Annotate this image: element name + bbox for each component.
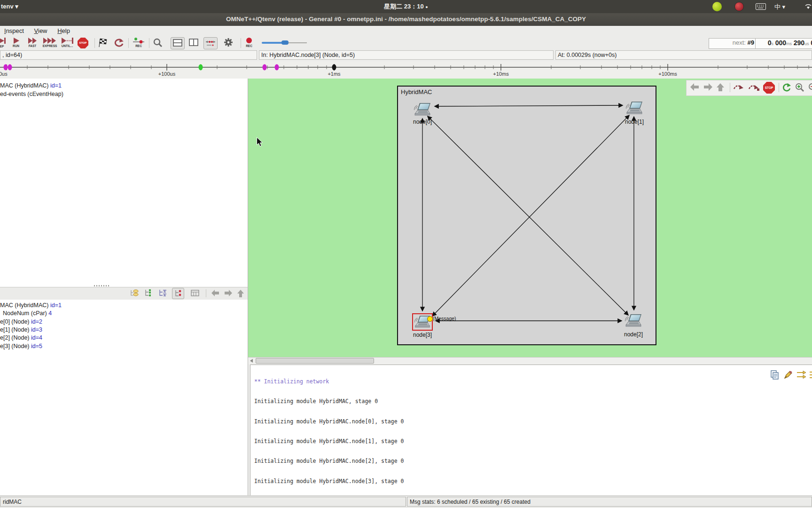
tree-item-name: e[1] (Node)	[0, 326, 31, 333]
preferences-button[interactable]	[224, 38, 236, 47]
menu-bar: Inspect View Help	[0, 26, 812, 36]
toolbar-divider	[730, 83, 730, 92]
node-0[interactable]	[413, 103, 432, 117]
rerun-button[interactable]	[113, 38, 125, 47]
node-2[interactable]	[624, 314, 643, 328]
splitter-handle[interactable]	[94, 285, 110, 286]
record-events-icon	[132, 37, 145, 44]
log-options-button[interactable]	[809, 370, 812, 380]
relayout-fixed-icon	[748, 82, 760, 92]
stop-icon: STOP	[78, 38, 88, 48]
tree-mode-packages-button[interactable]	[130, 289, 139, 297]
zoom-in-icon	[795, 82, 805, 93]
toolbar-divider	[94, 38, 95, 48]
tree-back-button[interactable]	[211, 289, 220, 297]
canvas-up-button[interactable]	[716, 82, 725, 92]
clock[interactable]: 星期二 23：10 ●	[0, 2, 812, 11]
record-events-button[interactable]: REC	[132, 37, 145, 48]
animation-speed-slider[interactable]	[262, 40, 307, 45]
tree-item-hybridmac[interactable]: MAC (HybridMAC) id=1	[0, 302, 62, 309]
inspect-as-object-button[interactable]	[190, 289, 200, 297]
sim-time-us-unit: us	[804, 41, 809, 46]
menu-inspect[interactable]: Inspect	[4, 26, 24, 34]
message-icon[interactable]	[427, 316, 433, 322]
timeline-tick-label: +100us	[148, 71, 186, 77]
table-icon	[190, 289, 200, 297]
layout-vertical-toggle[interactable]	[187, 37, 200, 48]
network-icon[interactable]	[804, 3, 812, 9]
event-timeline[interactable]: 0us +100us +1ms +10ms +100ms	[0, 61, 812, 79]
relayout-icon	[733, 82, 745, 92]
tree-mode-children-button[interactable]	[144, 289, 152, 297]
input-method-indicator[interactable]: 中 ▾	[774, 3, 785, 11]
timeline-toggle[interactable]	[203, 37, 218, 49]
until-button[interactable]: UNTIL...	[60, 37, 75, 48]
tree-up-button[interactable]	[237, 289, 244, 298]
canvas-toolbar: STOP	[686, 80, 812, 96]
input-method-label: 中	[774, 3, 781, 10]
record-video-button[interactable]: REC	[243, 37, 255, 48]
canvas-forward-button[interactable]	[703, 82, 714, 92]
redraw-button[interactable]	[781, 82, 792, 93]
tree-item-name: e[0] (Node)	[0, 318, 31, 325]
layout-horizontal-toggle[interactable]	[171, 37, 185, 49]
log-copy-button[interactable]	[770, 370, 780, 380]
express-button[interactable]: EXPRESS	[42, 37, 58, 48]
zoom-out-button[interactable]	[808, 82, 812, 93]
canvas-horizontal-scrollbar[interactable]	[248, 357, 812, 364]
sim-time-ms: 000	[775, 39, 786, 47]
log-panel[interactable]: ** Initializing network Initializing mod…	[250, 365, 812, 496]
run-button[interactable]: RUN	[10, 37, 22, 48]
tree-mode-flat-button[interactable]	[172, 288, 184, 299]
flat-tree-icon	[174, 289, 182, 298]
keyboard-icon[interactable]	[756, 3, 766, 10]
node-1[interactable]	[625, 101, 644, 115]
tree-item-node2[interactable]: e[2] (Node) id=4	[0, 334, 42, 341]
laptop-icon	[413, 103, 432, 117]
node-label: node[1]	[613, 119, 656, 125]
log-line: Initializing module HybridMAC.node[3], s…	[250, 478, 812, 484]
status-next-time: At: 0.00029s (now+0s)	[555, 50, 812, 60]
slider-handle[interactable]	[281, 40, 289, 45]
network-canvas[interactable]: HybridMAC	[248, 79, 812, 357]
tree-item-node1[interactable]: e[1] (Node) id=3	[0, 326, 42, 333]
window-title-bar[interactable]: OMNeT++/Qtenv (release) - General #0 - o…	[0, 13, 812, 26]
sim-time-field[interactable]: 0s 000ms 290us 0	[755, 38, 812, 49]
tree-item-nodenum[interactable]: NodeNum (cPar) 4	[3, 310, 52, 317]
menu-view[interactable]: View	[34, 26, 47, 34]
record-events-label: REC	[132, 44, 145, 48]
zoom-out-icon	[808, 82, 812, 93]
find-objects-button[interactable]	[153, 38, 165, 48]
tray-record-icon[interactable]	[734, 2, 744, 11]
status-next-module: In: HybridMAC.node[3] (Node, id=5)	[259, 50, 554, 60]
tray-app-icon[interactable]	[712, 2, 722, 11]
scrollbar-thumb[interactable]	[256, 358, 374, 364]
menu-help[interactable]: Help	[57, 26, 70, 34]
log-filter-button[interactable]	[783, 370, 793, 380]
fast-icon	[26, 37, 39, 44]
relayout-button[interactable]	[733, 82, 745, 92]
relayout-fixed-button[interactable]	[748, 82, 760, 92]
log-line: Initializing module HybridMAC.node[2], s…	[250, 458, 812, 464]
stop-icon-label: STOP	[765, 86, 773, 89]
tree-forward-button[interactable]	[224, 289, 233, 297]
scrollbar-left-arrow[interactable]	[250, 359, 253, 363]
tree-item-node0[interactable]: e[0] (Node) id=2	[0, 318, 42, 325]
clipped-icon	[809, 370, 812, 380]
tree-mode-grouped-button[interactable]	[158, 289, 167, 297]
tree-item-node3[interactable]: e[3] (Node) id=5	[0, 343, 42, 349]
module-hybridmac[interactable]: HybridMAC	[397, 86, 656, 345]
zoom-in-button[interactable]	[795, 82, 805, 93]
tree-item[interactable]: ed-events (cEventHeap)	[0, 91, 63, 97]
message-arrows-icon	[796, 370, 807, 380]
tree-item-name: e[3] (Node)	[0, 343, 31, 349]
canvas-back-button[interactable]	[689, 82, 700, 92]
stop-button[interactable]: STOP	[78, 38, 90, 48]
canvas-stop-button[interactable]: STOP	[763, 82, 775, 94]
next-event-field[interactable]: next: #9	[709, 38, 757, 49]
finish-button[interactable]	[97, 38, 109, 48]
next-event-label: next:	[733, 39, 746, 46]
log-message-view-button[interactable]	[796, 370, 807, 380]
tree-item[interactable]: MAC (HybridMAC) id=1	[0, 82, 62, 89]
fast-button[interactable]: FAST	[26, 37, 39, 48]
